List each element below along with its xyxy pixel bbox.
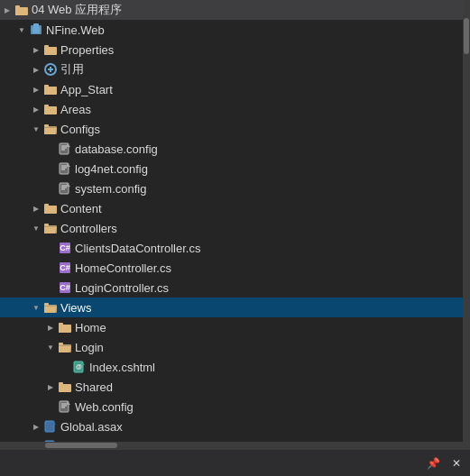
svg-marker-19 <box>44 128 57 134</box>
expand-arrow-references[interactable] <box>29 62 43 77</box>
item-icon-areas <box>43 102 58 116</box>
svg-text:@: @ <box>76 363 82 370</box>
svg-rect-17 <box>44 105 49 107</box>
svg-rect-47 <box>44 224 49 226</box>
item-icon-controllers <box>43 221 58 235</box>
svg-rect-4 <box>33 23 39 27</box>
item-label-log4net-config: log4net.config <box>75 162 459 176</box>
svg-rect-14 <box>44 85 49 87</box>
svg-rect-7 <box>44 47 50 55</box>
svg-rect-5 <box>32 27 40 33</box>
tree-item-home-folder[interactable]: Home <box>0 317 463 337</box>
svg-rect-68 <box>59 384 64 392</box>
expand-arrow-areas[interactable] <box>29 102 43 116</box>
svg-rect-1 <box>15 7 21 15</box>
scrollbar-thumb-horizontal[interactable] <box>45 443 117 448</box>
expand-arrow-app-start[interactable] <box>29 82 43 96</box>
item-icon-login-ctrl: C# <box>58 280 72 295</box>
item-icon-global-asax <box>43 419 58 434</box>
svg-rect-43 <box>44 206 50 214</box>
expand-arrow-shared-folder[interactable] <box>43 380 58 394</box>
scrollbar-thumb-vertical[interactable] <box>464 18 469 54</box>
tree-item-login-folder[interactable]: Login <box>0 337 463 357</box>
item-icon-log4net-config <box>58 161 72 176</box>
tree-item-configs[interactable]: Configs <box>0 119 463 139</box>
svg-rect-44 <box>44 204 49 206</box>
auto-hide-button[interactable]: 📌 <box>423 453 443 473</box>
item-icon-index-cshtml: @ <box>72 360 87 374</box>
tree-item-areas[interactable]: Areas <box>0 99 463 119</box>
tree-item-clients-ctrl[interactable]: C# ClientsDataController.cs <box>0 238 463 258</box>
tree-item-database-config[interactable]: database.config <box>0 139 463 159</box>
svg-text:C#: C# <box>60 263 70 272</box>
item-label-system-config: system.config <box>75 182 459 196</box>
tree-item-log4net-config[interactable]: log4net.config <box>0 159 463 178</box>
item-icon-system-config <box>58 181 72 196</box>
tree-item-references[interactable]: 引用 <box>0 60 463 79</box>
item-icon-login-folder <box>58 340 72 354</box>
item-icon-properties <box>43 42 58 57</box>
item-label-properties: Properties <box>60 43 459 57</box>
item-icon-database-config <box>58 142 72 156</box>
item-label-clients-ctrl: ClientsDataController.cs <box>75 242 459 255</box>
item-icon-configs <box>43 122 58 136</box>
tree-item-web-app[interactable]: 04 Web 应用程序 <box>0 0 463 20</box>
horizontal-scrollbar-area[interactable] <box>0 442 470 449</box>
tree-item-home-ctrl[interactable]: C# HomeController.cs <box>0 258 463 278</box>
tree-panel: 04 Web 应用程序 NFine.Web Properties <box>0 0 470 442</box>
item-label-views: Views <box>60 301 459 315</box>
svg-rect-56 <box>44 303 49 306</box>
svg-text:C#: C# <box>60 283 70 292</box>
item-label-home-folder: Home <box>75 321 459 334</box>
item-label-home-ctrl: HomeController.cs <box>75 261 459 275</box>
close-icon: ✕ <box>452 457 461 470</box>
tree-list: 04 Web 应用程序 NFine.Web Properties <box>0 0 463 442</box>
expand-arrow-home-folder[interactable] <box>43 320 58 334</box>
tree-item-global-asax[interactable]: Global.asax <box>0 416 463 436</box>
expand-arrow-properties[interactable] <box>29 42 43 57</box>
item-icon-clients-ctrl: C# <box>58 241 72 255</box>
tree-item-login-ctrl[interactable]: C# LoginController.cs <box>0 278 463 298</box>
item-icon-references <box>43 62 58 77</box>
item-icon-shared-folder <box>58 380 72 394</box>
svg-marker-55 <box>44 307 57 313</box>
item-icon-views <box>43 300 58 315</box>
item-label-database-config: database.config <box>75 142 459 156</box>
tree-item-shared-folder[interactable]: Shared <box>0 377 463 397</box>
item-label-content: Content <box>60 202 459 215</box>
solution-explorer: 04 Web 应用程序 NFine.Web Properties <box>0 0 470 476</box>
svg-text:C#: C# <box>60 243 70 252</box>
vertical-scrollbar[interactable] <box>463 0 470 442</box>
expand-arrow-views[interactable] <box>29 300 43 315</box>
tree-item-system-config[interactable]: system.config <box>0 178 463 198</box>
close-button[interactable]: ✕ <box>447 453 466 473</box>
tree-item-app-start[interactable]: App_Start <box>0 79 463 99</box>
item-label-app-start: App_Start <box>60 83 459 96</box>
expand-arrow-web-app[interactable] <box>0 3 14 17</box>
tree-item-views[interactable]: Views <box>0 298 463 317</box>
item-label-configs: Configs <box>60 123 459 136</box>
item-label-controllers: Controllers <box>60 222 459 235</box>
pin-icon: 📌 <box>427 457 440 470</box>
item-label-login-folder: Login <box>75 341 459 354</box>
expand-arrow-nfine-web[interactable] <box>14 23 29 37</box>
svg-rect-58 <box>59 325 64 333</box>
expand-arrow-login-folder[interactable] <box>43 340 58 354</box>
expand-arrow-content[interactable] <box>29 201 43 215</box>
item-label-web-config-views: Web.config <box>75 400 459 414</box>
item-label-references: 引用 <box>60 61 459 78</box>
item-label-index-cshtml: Index.cshtml <box>89 361 459 374</box>
tree-item-index-cshtml[interactable]: @ Index.cshtml <box>0 357 463 377</box>
tree-item-properties[interactable]: Properties <box>0 40 463 60</box>
expand-arrow-global-asax[interactable] <box>29 419 43 434</box>
tree-item-nfine-web[interactable]: NFine.Web <box>0 20 463 40</box>
item-label-login-ctrl: LoginController.cs <box>75 281 459 295</box>
tree-item-content[interactable]: Content <box>0 198 463 218</box>
expand-arrow-configs[interactable] <box>29 122 43 136</box>
expand-arrow-controllers[interactable] <box>29 221 43 235</box>
item-icon-web-config-views <box>58 399 72 414</box>
item-label-nfine-web: NFine.Web <box>46 23 459 37</box>
tree-item-controllers[interactable]: Controllers <box>0 218 463 238</box>
svg-rect-16 <box>44 106 50 114</box>
tree-item-web-config-views[interactable]: Web.config <box>0 397 463 416</box>
